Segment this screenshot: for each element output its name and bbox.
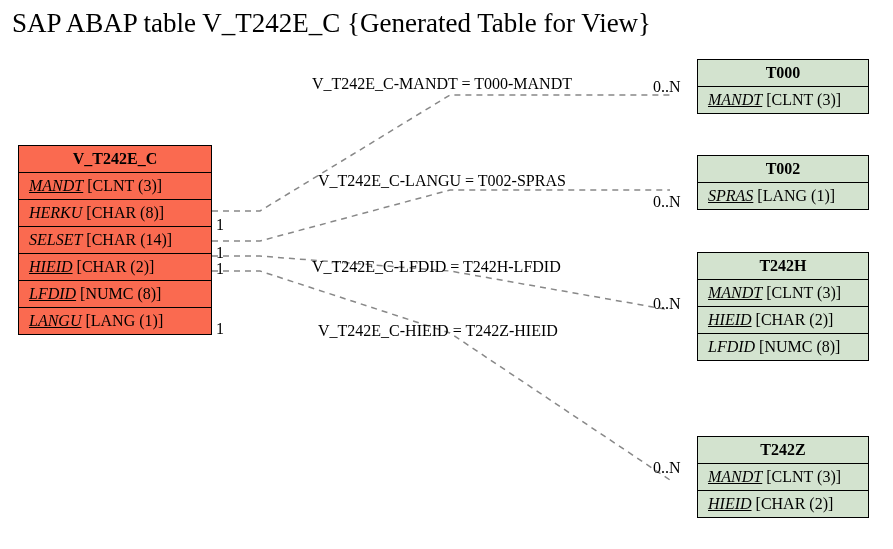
relation-label: V_T242E_C-LFDID = T242H-LFDID [312,258,561,276]
field-row: LFDID [NUMC (8)] [698,334,868,360]
cardinality-right: 0..N [653,459,681,477]
field-row: HERKU [CHAR (8)] [19,200,211,227]
field-row: SPRAS [LANG (1)] [698,183,868,209]
table-header: T242H [698,253,868,280]
table-v-t242e-c: V_T242E_C MANDT [CLNT (3)] HERKU [CHAR (… [18,145,212,335]
field-row: HIEID [CHAR (2)] [19,254,211,281]
field-row: MANDT [CLNT (3)] [19,173,211,200]
table-t000: T000 MANDT [CLNT (3)] [697,59,869,114]
table-t242z: T242Z MANDT [CLNT (3)] HIEID [CHAR (2)] [697,436,869,518]
table-t242h: T242H MANDT [CLNT (3)] HIEID [CHAR (2)] … [697,252,869,361]
relation-label: V_T242E_C-HIEID = T242Z-HIEID [318,322,558,340]
field-row: LFDID [NUMC (8)] [19,281,211,308]
cardinality-left: 1 [216,320,224,338]
cardinality-right: 0..N [653,78,681,96]
field-row: LANGU [LANG (1)] [19,308,211,334]
field-row: HIEID [CHAR (2)] [698,491,868,517]
cardinality-right: 0..N [653,295,681,313]
field-row: MANDT [CLNT (3)] [698,464,868,491]
cardinality-right: 0..N [653,193,681,211]
cardinality-left: 1 [216,260,224,278]
field-row: MANDT [CLNT (3)] [698,280,868,307]
field-row: SELSET [CHAR (14)] [19,227,211,254]
table-header: T242Z [698,437,868,464]
relation-label: V_T242E_C-MANDT = T000-MANDT [312,75,572,93]
field-row: HIEID [CHAR (2)] [698,307,868,334]
diagram-title: SAP ABAP table V_T242E_C {Generated Tabl… [12,8,651,39]
cardinality-left: 1 [216,216,224,234]
table-header: T002 [698,156,868,183]
field-row: MANDT [CLNT (3)] [698,87,868,113]
table-t002: T002 SPRAS [LANG (1)] [697,155,869,210]
table-header: V_T242E_C [19,146,211,173]
table-header: T000 [698,60,868,87]
relation-label: V_T242E_C-LANGU = T002-SPRAS [318,172,566,190]
